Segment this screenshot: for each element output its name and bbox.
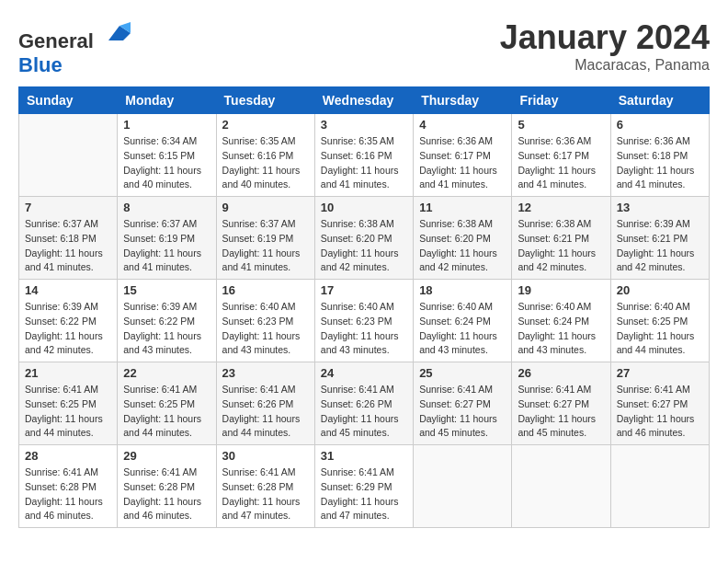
calendar-cell bbox=[512, 445, 610, 528]
day-number: 6 bbox=[617, 118, 703, 132]
day-number: 30 bbox=[222, 449, 309, 463]
calendar-cell: 21Sunrise: 6:41 AMSunset: 6:25 PMDayligh… bbox=[19, 362, 118, 445]
calendar-cell: 9Sunrise: 6:37 AMSunset: 6:19 PMDaylight… bbox=[216, 197, 314, 280]
day-number: 10 bbox=[321, 201, 407, 214]
day-info: Sunrise: 6:37 AMSunset: 6:19 PMDaylight:… bbox=[123, 217, 210, 275]
day-info: Sunrise: 6:40 AMSunset: 6:24 PMDaylight:… bbox=[518, 300, 604, 358]
day-info: Sunrise: 6:41 AMSunset: 6:28 PMDaylight:… bbox=[123, 465, 210, 523]
calendar-cell: 1Sunrise: 6:34 AMSunset: 6:15 PMDaylight… bbox=[118, 114, 216, 197]
month-title: January 2024 bbox=[500, 18, 710, 57]
day-number: 12 bbox=[518, 201, 604, 214]
day-number: 26 bbox=[518, 366, 604, 380]
day-info: Sunrise: 6:41 AMSunset: 6:25 PMDaylight:… bbox=[25, 383, 111, 441]
day-number: 15 bbox=[123, 283, 210, 297]
calendar-cell: 13Sunrise: 6:39 AMSunset: 6:21 PMDayligh… bbox=[610, 197, 709, 280]
calendar-cell: 5Sunrise: 6:36 AMSunset: 6:17 PMDaylight… bbox=[512, 114, 610, 197]
weekday-header: Sunday bbox=[19, 87, 118, 114]
calendar-cell: 24Sunrise: 6:41 AMSunset: 6:26 PMDayligh… bbox=[314, 362, 413, 445]
calendar-table: SundayMondayTuesdayWednesdayThursdayFrid… bbox=[18, 86, 710, 528]
calendar-header-row: SundayMondayTuesdayWednesdayThursdayFrid… bbox=[19, 87, 710, 114]
day-number: 19 bbox=[518, 283, 604, 297]
calendar-week-row: 28Sunrise: 6:41 AMSunset: 6:28 PMDayligh… bbox=[19, 445, 710, 528]
day-number: 11 bbox=[419, 201, 506, 214]
day-info: Sunrise: 6:41 AMSunset: 6:26 PMDaylight:… bbox=[321, 383, 407, 441]
day-info: Sunrise: 6:40 AMSunset: 6:23 PMDaylight:… bbox=[222, 300, 309, 358]
calendar-week-row: 21Sunrise: 6:41 AMSunset: 6:25 PMDayligh… bbox=[19, 362, 710, 445]
day-info: Sunrise: 6:38 AMSunset: 6:20 PMDaylight:… bbox=[419, 217, 506, 275]
calendar-cell: 6Sunrise: 6:36 AMSunset: 6:18 PMDaylight… bbox=[610, 114, 709, 197]
day-number: 5 bbox=[518, 118, 604, 132]
calendar-cell: 25Sunrise: 6:41 AMSunset: 6:27 PMDayligh… bbox=[414, 362, 512, 445]
day-info: Sunrise: 6:41 AMSunset: 6:28 PMDaylight:… bbox=[222, 465, 309, 523]
calendar-cell: 7Sunrise: 6:37 AMSunset: 6:18 PMDaylight… bbox=[19, 197, 118, 280]
weekday-header: Tuesday bbox=[216, 87, 314, 114]
day-info: Sunrise: 6:39 AMSunset: 6:22 PMDaylight:… bbox=[25, 300, 111, 358]
calendar-cell: 2Sunrise: 6:35 AMSunset: 6:16 PMDaylight… bbox=[216, 114, 314, 197]
day-number: 14 bbox=[25, 283, 111, 297]
day-info: Sunrise: 6:39 AMSunset: 6:22 PMDaylight:… bbox=[123, 300, 210, 358]
calendar-cell: 20Sunrise: 6:40 AMSunset: 6:25 PMDayligh… bbox=[610, 280, 709, 362]
calendar-cell bbox=[19, 114, 118, 197]
day-info: Sunrise: 6:38 AMSunset: 6:21 PMDaylight:… bbox=[518, 217, 604, 275]
day-number: 16 bbox=[222, 283, 309, 297]
day-number: 4 bbox=[419, 118, 506, 132]
day-info: Sunrise: 6:39 AMSunset: 6:21 PMDaylight:… bbox=[617, 217, 703, 275]
day-number: 9 bbox=[222, 201, 309, 214]
calendar-cell bbox=[414, 445, 512, 528]
day-info: Sunrise: 6:36 AMSunset: 6:17 PMDaylight:… bbox=[518, 134, 604, 192]
page-header: General Blue January 2024 Macaracas, Pan… bbox=[18, 18, 710, 77]
day-info: Sunrise: 6:40 AMSunset: 6:24 PMDaylight:… bbox=[419, 300, 506, 358]
day-info: Sunrise: 6:34 AMSunset: 6:15 PMDaylight:… bbox=[123, 134, 210, 192]
logo-text-general: General bbox=[18, 29, 94, 52]
calendar-week-row: 7Sunrise: 6:37 AMSunset: 6:18 PMDaylight… bbox=[19, 197, 710, 280]
logo: General Blue bbox=[18, 18, 131, 77]
day-number: 13 bbox=[617, 201, 703, 214]
calendar-cell: 19Sunrise: 6:40 AMSunset: 6:24 PMDayligh… bbox=[512, 280, 610, 362]
day-info: Sunrise: 6:35 AMSunset: 6:16 PMDaylight:… bbox=[321, 134, 407, 192]
day-number: 3 bbox=[321, 118, 407, 132]
day-number: 7 bbox=[25, 201, 111, 214]
calendar-cell bbox=[610, 445, 709, 528]
calendar-cell: 16Sunrise: 6:40 AMSunset: 6:23 PMDayligh… bbox=[216, 280, 314, 362]
day-number: 21 bbox=[25, 366, 111, 380]
day-number: 29 bbox=[123, 449, 210, 463]
weekday-header: Thursday bbox=[414, 87, 512, 114]
day-info: Sunrise: 6:41 AMSunset: 6:26 PMDaylight:… bbox=[222, 383, 309, 441]
calendar-cell: 30Sunrise: 6:41 AMSunset: 6:28 PMDayligh… bbox=[216, 445, 314, 528]
calendar-cell: 3Sunrise: 6:35 AMSunset: 6:16 PMDaylight… bbox=[314, 114, 413, 197]
day-number: 18 bbox=[419, 283, 506, 297]
calendar-cell: 14Sunrise: 6:39 AMSunset: 6:22 PMDayligh… bbox=[19, 280, 118, 362]
calendar-cell: 22Sunrise: 6:41 AMSunset: 6:25 PMDayligh… bbox=[118, 362, 216, 445]
calendar-cell: 4Sunrise: 6:36 AMSunset: 6:17 PMDaylight… bbox=[414, 114, 512, 197]
calendar-cell: 29Sunrise: 6:41 AMSunset: 6:28 PMDayligh… bbox=[118, 445, 216, 528]
day-number: 23 bbox=[222, 366, 309, 380]
day-number: 20 bbox=[617, 283, 703, 297]
day-info: Sunrise: 6:35 AMSunset: 6:16 PMDaylight:… bbox=[222, 134, 309, 192]
day-info: Sunrise: 6:36 AMSunset: 6:17 PMDaylight:… bbox=[419, 134, 506, 192]
day-info: Sunrise: 6:40 AMSunset: 6:23 PMDaylight:… bbox=[321, 300, 407, 358]
day-info: Sunrise: 6:41 AMSunset: 6:27 PMDaylight:… bbox=[419, 383, 506, 441]
day-number: 25 bbox=[419, 366, 506, 380]
day-info: Sunrise: 6:41 AMSunset: 6:28 PMDaylight:… bbox=[25, 465, 111, 523]
calendar-cell: 31Sunrise: 6:41 AMSunset: 6:29 PMDayligh… bbox=[314, 445, 413, 528]
calendar-cell: 17Sunrise: 6:40 AMSunset: 6:23 PMDayligh… bbox=[314, 280, 413, 362]
calendar-cell: 23Sunrise: 6:41 AMSunset: 6:26 PMDayligh… bbox=[216, 362, 314, 445]
weekday-header: Monday bbox=[118, 87, 216, 114]
day-number: 27 bbox=[617, 366, 703, 380]
logo-text-blue: Blue bbox=[18, 53, 63, 76]
calendar-cell: 15Sunrise: 6:39 AMSunset: 6:22 PMDayligh… bbox=[118, 280, 216, 362]
calendar-cell: 11Sunrise: 6:38 AMSunset: 6:20 PMDayligh… bbox=[414, 197, 512, 280]
calendar-cell: 27Sunrise: 6:41 AMSunset: 6:27 PMDayligh… bbox=[610, 362, 709, 445]
calendar-cell: 18Sunrise: 6:40 AMSunset: 6:24 PMDayligh… bbox=[414, 280, 512, 362]
day-info: Sunrise: 6:41 AMSunset: 6:29 PMDaylight:… bbox=[321, 465, 407, 523]
day-info: Sunrise: 6:41 AMSunset: 6:27 PMDaylight:… bbox=[518, 383, 604, 441]
day-info: Sunrise: 6:36 AMSunset: 6:18 PMDaylight:… bbox=[617, 134, 703, 192]
day-info: Sunrise: 6:37 AMSunset: 6:18 PMDaylight:… bbox=[25, 217, 111, 275]
day-number: 17 bbox=[321, 283, 407, 297]
title-block: January 2024 Macaracas, Panama bbox=[500, 18, 710, 74]
calendar-week-row: 1Sunrise: 6:34 AMSunset: 6:15 PMDaylight… bbox=[19, 114, 710, 197]
day-number: 8 bbox=[123, 201, 210, 214]
calendar-cell: 26Sunrise: 6:41 AMSunset: 6:27 PMDayligh… bbox=[512, 362, 610, 445]
day-info: Sunrise: 6:41 AMSunset: 6:25 PMDaylight:… bbox=[123, 383, 210, 441]
location-title: Macaracas, Panama bbox=[500, 57, 710, 74]
